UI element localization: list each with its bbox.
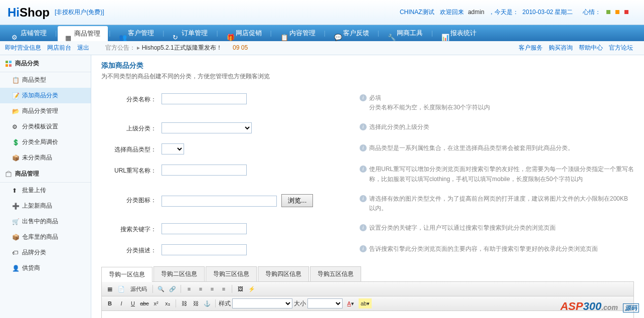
info-icon: i <box>360 144 367 151</box>
sidebar-item-icon: 📦 <box>12 154 19 162</box>
nav-icon: 📊 <box>441 30 448 37</box>
text-color-icon[interactable]: A▾ <box>344 298 357 308</box>
sidebar-item[interactable]: ➕上架新商品 <box>0 198 91 214</box>
test-label: CHINAZ测试 <box>400 9 434 16</box>
subbar-link-0[interactable]: 即时营业信息 <box>5 44 41 51</box>
box-icon <box>5 171 12 178</box>
subbar-right-link-0[interactable]: 客户服务 <box>519 44 543 51</box>
sidebar-item[interactable]: 💲分类全局调价 <box>0 134 91 150</box>
nav-item-2[interactable]: 👥客户管理 <box>111 25 162 41</box>
subscript-icon[interactable]: x₂ <box>163 298 173 308</box>
nav-icon: ↻ <box>173 30 180 37</box>
preview-icon[interactable]: 🔍 <box>156 284 166 294</box>
strike-icon[interactable]: abc <box>139 298 149 308</box>
size-select[interactable] <box>307 298 343 308</box>
nav-icon: 📋 <box>280 30 287 37</box>
sidebar-item[interactable]: 📋商品类型 <box>0 72 91 88</box>
nav-item-4[interactable]: 🎁网店促销 <box>219 25 269 41</box>
sub-bar: 即时营业信息网店前台退出 官方公告： ▸ Hishop5.2.1正式版隆重发布！… <box>0 41 644 55</box>
sidebar-item[interactable]: 👤供货商 <box>0 260 91 276</box>
input-url-rewrite[interactable] <box>162 165 247 176</box>
info-icon: i <box>360 123 367 130</box>
tab-1[interactable]: 导购二区信息 <box>153 266 205 281</box>
nav-item-0[interactable]: ⚙店铺管理 <box>4 25 54 41</box>
sidebar-item[interactable]: 🏷品牌分类 <box>0 245 91 260</box>
nav-icon: 🔧 <box>388 30 395 37</box>
subbar-right-link-2[interactable]: 帮助中心 <box>579 44 603 51</box>
svg-rect-0 <box>6 61 8 63</box>
svg-rect-3 <box>9 64 12 67</box>
info-icon: i <box>360 166 367 173</box>
flash-icon[interactable]: ⚡ <box>247 284 257 294</box>
bold-icon[interactable]: B <box>105 298 115 308</box>
nav-icon: ▦ <box>65 30 72 37</box>
style-label: 样式 <box>219 299 231 308</box>
tab-0[interactable]: 导购一区信息 <box>101 267 152 282</box>
subbar-link-1[interactable]: 网店前台 <box>47 44 71 51</box>
sidebar-item[interactable]: 📦仓库里的商品 <box>0 229 91 245</box>
unlink-icon[interactable]: ⛓ <box>191 298 201 308</box>
nav-item-8[interactable]: 📊报表统计 <box>434 25 484 41</box>
mood-icons[interactable] <box>606 10 632 14</box>
content-area: 添加商品分类 为不同类型的商品创建不同的分类，方便您管理也方便顾客浏览 分类名称… <box>91 55 644 318</box>
align-center-icon[interactable]: ≡ <box>196 284 206 294</box>
tab-4[interactable]: 导购五区信息 <box>310 266 361 281</box>
svg-rect-4 <box>6 173 11 177</box>
nav-item-1[interactable]: ▦商品管理 <box>58 26 108 41</box>
style-select[interactable] <box>232 298 292 308</box>
sidebar-item[interactable]: 🛒出售中的商品 <box>0 214 91 229</box>
sidebar-item[interactable]: ⚙分类模板设置 <box>0 119 91 134</box>
source-icon[interactable]: ▦ <box>105 284 115 294</box>
select-product-type[interactable] <box>162 143 184 154</box>
header-bar: HiShop [非授权用户(免费)] CHINAZ测试 欢迎回来admin，今天… <box>0 0 644 25</box>
svg-rect-2 <box>6 64 8 67</box>
link-icon[interactable]: 🔗 <box>168 284 178 294</box>
input-category-name[interactable] <box>162 93 247 104</box>
sidebar-item-icon: 📋 <box>12 77 19 84</box>
sidebar-item-icon: 👤 <box>12 265 19 272</box>
select-parent-category[interactable] <box>162 122 252 133</box>
label-category-name: 分类名称： <box>101 93 162 104</box>
tab-2[interactable]: 导购三区信息 <box>206 266 257 281</box>
license-label: [非授权用户(免费)] <box>55 8 104 17</box>
sidebar-item-icon: ⚙ <box>12 123 19 130</box>
bg-color-icon[interactable]: ab▾ <box>359 298 372 308</box>
label-description: 分类描述： <box>101 244 162 255</box>
align-right-icon[interactable]: ≡ <box>207 284 217 294</box>
nav-item-7[interactable]: 🔧网商工具 <box>380 25 430 41</box>
announcement-link[interactable]: Hishop5.2.1正式版隆重发布！ <box>142 44 222 51</box>
underline-icon[interactable]: U <box>128 298 138 308</box>
sidebar-item[interactable]: 📝添加商品分类 <box>0 88 91 103</box>
label-parent-category: 上级分类： <box>101 122 162 133</box>
source-button[interactable]: 源代码 <box>128 284 149 294</box>
nav-item-3[interactable]: ↻订单管理 <box>165 25 215 41</box>
input-description[interactable] <box>162 244 247 255</box>
editor-content[interactable] <box>102 311 633 318</box>
sidebar-item-icon: 🏷 <box>12 249 19 256</box>
nav-item-5[interactable]: 📋内容管理 <box>273 25 323 41</box>
align-left-icon[interactable]: ≡ <box>184 284 194 294</box>
sidebar: 商品分类 📋商品类型📝添加商品分类📂商品分类管理⚙分类模板设置💲分类全局调价📦未… <box>0 55 91 318</box>
nav-icon: ⚙ <box>12 30 19 37</box>
italic-icon[interactable]: I <box>116 298 126 308</box>
rich-editor: ▦ 📄 源代码 🔍 🔗 ≡ ≡ ≡ ≡ 🖼 ⚡ B I U abc x <box>101 282 634 318</box>
template-icon[interactable]: 📄 <box>116 284 126 294</box>
subbar-link-2[interactable]: 退出 <box>77 44 89 51</box>
size-label: 大小 <box>294 299 306 308</box>
image-icon[interactable]: 🖼 <box>235 284 245 294</box>
subbar-right-link-3[interactable]: 官方论坛 <box>609 44 633 51</box>
superscript-icon[interactable]: x² <box>151 298 161 308</box>
welcome-label: 欢迎回来admin，今天是：2010-03-02 星期二 <box>440 9 577 16</box>
tab-3[interactable]: 导购四区信息 <box>258 266 309 281</box>
chain-icon[interactable]: ⛓ <box>179 298 189 308</box>
file-path-display <box>162 196 277 207</box>
align-justify-icon[interactable]: ≡ <box>219 284 229 294</box>
anchor-icon[interactable]: ⚓ <box>202 298 212 308</box>
sidebar-item[interactable]: ⬆批量上传 <box>0 183 91 198</box>
browse-button[interactable]: 浏览... <box>281 194 313 207</box>
input-keywords[interactable] <box>162 223 247 234</box>
subbar-right-link-1[interactable]: 购买咨询 <box>549 44 573 51</box>
nav-item-6[interactable]: 💬客户反馈 <box>327 25 377 41</box>
sidebar-item[interactable]: 📦未分类商品 <box>0 150 91 166</box>
sidebar-item[interactable]: 📂商品分类管理 <box>0 103 91 119</box>
